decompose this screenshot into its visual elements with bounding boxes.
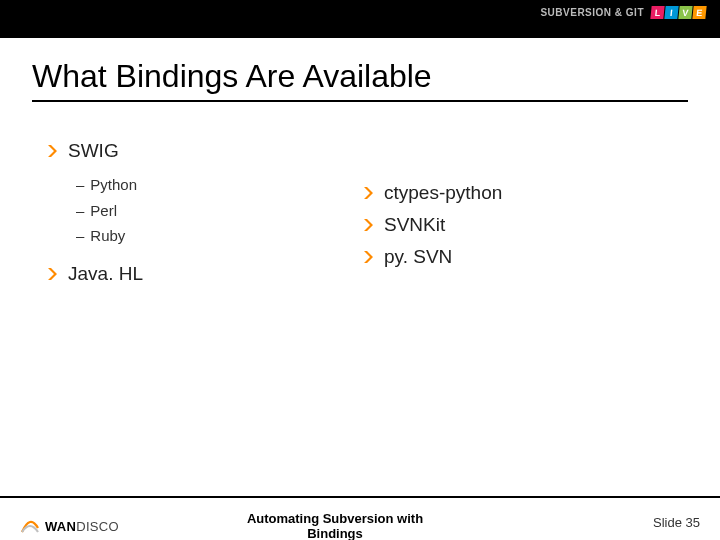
content-area: SWIG –Python –Perl –Ruby Java. HL ctypes…: [48, 140, 680, 295]
live-letter-v: V: [678, 6, 692, 19]
live-logo: L I V E: [650, 6, 706, 19]
title-underline: [32, 100, 688, 102]
sub-list-item-label: Python: [90, 176, 137, 193]
chevron-right-icon: [48, 145, 58, 157]
top-bar: SUBVERSION & GIT L I V E: [0, 0, 720, 38]
list-item-label: ctypes-python: [384, 182, 502, 204]
left-column: SWIG –Python –Perl –Ruby Java. HL: [48, 140, 364, 295]
slide-number: Slide 35: [653, 515, 700, 530]
sub-list-item: –Perl: [76, 198, 364, 224]
company-logo: WANDISCO: [20, 518, 119, 534]
list-item-label: SWIG: [68, 140, 119, 162]
list-item: py. SVN: [364, 246, 680, 268]
list-item-label: SVNKit: [384, 214, 445, 236]
slide: SUBVERSION & GIT L I V E What Bindings A…: [0, 0, 720, 540]
live-letter-e: E: [692, 6, 706, 19]
live-letter-i: I: [664, 6, 678, 19]
swoosh-icon: [20, 518, 40, 534]
sub-list: –Python –Perl –Ruby: [76, 172, 364, 249]
chevron-right-icon: [48, 268, 58, 280]
company-name: WANDISCO: [45, 519, 119, 534]
sub-list-item: –Ruby: [76, 223, 364, 249]
list-item: SVNKit: [364, 214, 680, 236]
list-item: Java. HL: [48, 263, 364, 285]
sub-list-item-label: Perl: [90, 202, 117, 219]
chevron-right-icon: [364, 251, 374, 263]
list-item: SWIG: [48, 140, 364, 162]
company-name-light: DISCO: [76, 519, 119, 534]
sub-list-item: –Python: [76, 172, 364, 198]
company-name-bold: WAN: [45, 519, 76, 534]
list-item-label: py. SVN: [384, 246, 452, 268]
page-title: What Bindings Are Available: [32, 58, 432, 95]
live-letter-l: L: [650, 6, 664, 19]
chevron-right-icon: [364, 187, 374, 199]
footer-divider: [0, 496, 720, 498]
presentation-title: Automating Subversion with Bindings: [235, 512, 435, 540]
footer: WANDISCO Automating Subversion with Bind…: [0, 496, 720, 540]
list-item-label: Java. HL: [68, 263, 143, 285]
right-column: ctypes-python SVNKit py. SVN: [364, 182, 680, 295]
brand-area: SUBVERSION & GIT L I V E: [540, 6, 706, 19]
list-item: ctypes-python: [364, 182, 680, 204]
chevron-right-icon: [364, 219, 374, 231]
sub-list-item-label: Ruby: [90, 227, 125, 244]
brand-text: SUBVERSION & GIT: [540, 7, 644, 18]
